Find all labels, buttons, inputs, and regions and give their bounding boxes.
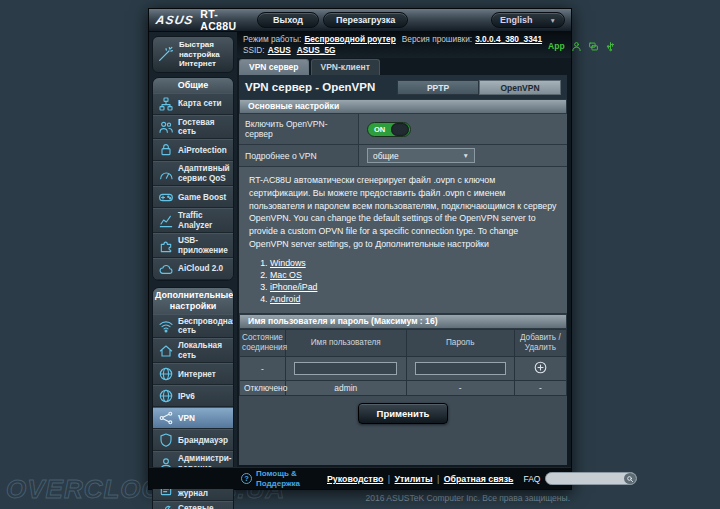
- sidebar-item-label: Адаптивный сервис QoS: [178, 164, 231, 183]
- sidebar-item-aiprotection[interactable]: AiProtection: [153, 139, 233, 161]
- sidebar-item-wireless[interactable]: Беспроводная сеть: [153, 314, 233, 339]
- cell-status: Отключено: [240, 381, 286, 396]
- faq-search-input[interactable]: [545, 472, 637, 485]
- sidebar-item-label: Беспроводная сеть: [178, 317, 234, 336]
- usb-icon[interactable]: [605, 41, 616, 52]
- brand: ASUS RT-AC88U: [153, 8, 253, 32]
- cell-username: admin: [285, 381, 406, 396]
- sidebar-item-label: Карта сети: [178, 99, 221, 108]
- apply-button[interactable]: Применить: [358, 403, 449, 424]
- globe-icon: [158, 366, 174, 382]
- new-row-status: -: [240, 357, 286, 381]
- os-list-item: iPhone/iPad: [270, 281, 557, 293]
- enable-openvpn-label: Включить OpenVPN-сервер: [239, 114, 359, 144]
- openvpn-toggle[interactable]: ON: [367, 122, 411, 137]
- logout-button[interactable]: Выход: [257, 12, 319, 28]
- sidebar-item-label: Сетевые утилиты: [178, 504, 231, 509]
- copyright-text: 2016 ASUSTeK Computer Inc. Все права защ…: [366, 493, 570, 503]
- content-column: Режим работы:Беспроводной роутерВерсия п…: [237, 32, 571, 467]
- globe-icon: [158, 388, 174, 404]
- gauge-icon: [158, 166, 174, 182]
- cell-password: -: [406, 381, 514, 396]
- question-icon: ?: [241, 473, 252, 484]
- sidebar-item-lan[interactable]: Локальная сеть: [153, 338, 233, 363]
- sidebar-item-label: Гостевая сеть: [178, 118, 231, 137]
- reboot-button[interactable]: Перезагрузка: [323, 12, 408, 28]
- tab-vpn-server[interactable]: VPN сервер: [239, 59, 309, 75]
- tab-pptp[interactable]: PPTP: [397, 80, 479, 95]
- quick-setup-button[interactable]: Быстрая настройкаИнтернет: [152, 36, 234, 73]
- os-list-item: Android: [270, 293, 557, 305]
- sidebar-item-label: AiCloud 2.0: [178, 264, 223, 273]
- ssid-link-5g[interactable]: ASUS_5G: [297, 45, 336, 55]
- toggle-on-label: ON: [368, 125, 391, 134]
- new-user-row: -: [240, 357, 567, 381]
- help-support-label: Помощь & Поддержка: [256, 469, 317, 487]
- mode-link[interactable]: Беспроводной роутер: [304, 34, 395, 44]
- tab-vpn-client[interactable]: VPN-клиент: [311, 59, 380, 75]
- panel-body: Основные настройки Включить OpenVPN-серв…: [239, 99, 567, 465]
- sidebar-item-wan[interactable]: Интернет: [153, 363, 233, 385]
- page-title: VPN сервер - OpenVPN: [245, 81, 375, 93]
- footer-link-0[interactable]: Руководство: [327, 474, 383, 484]
- toggle-knob: [391, 123, 409, 136]
- footer-links: Руководство | Утилиты | Обратная связь: [325, 474, 515, 484]
- column-header: Имя пользователя: [285, 329, 406, 357]
- sidebar-item-vpn[interactable]: VPN: [153, 407, 233, 429]
- cell-action: -: [514, 381, 566, 396]
- app-link[interactable]: App: [548, 41, 565, 51]
- vpn-details-select[interactable]: общие ▼: [367, 148, 475, 163]
- chevron-down-icon: ▼: [550, 17, 556, 24]
- enable-openvpn-row: Включить OpenVPN-сервер ON: [239, 114, 567, 145]
- wifi-icon: [158, 318, 174, 334]
- os-link-2[interactable]: iPhone/iPad: [270, 282, 317, 292]
- sitemap-icon: [158, 96, 174, 112]
- language-selector[interactable]: English ▼: [491, 12, 565, 28]
- devices-icon[interactable]: [588, 41, 599, 52]
- help-support-link[interactable]: ? Помощь & Поддержка: [241, 469, 317, 487]
- sidebar-section-title: Общие: [153, 78, 233, 93]
- password-input[interactable]: [415, 362, 506, 375]
- sidebar-item-aicloud[interactable]: AiCloud 2.0: [153, 258, 233, 280]
- add-user-button[interactable]: [533, 360, 548, 375]
- table-header-row: Состояние соединенияИмя пользователяПаро…: [240, 329, 567, 357]
- search-icon[interactable]: [624, 473, 636, 484]
- guests-icon: [158, 119, 174, 135]
- faq-label: FAQ: [523, 474, 540, 484]
- sidebar-item-label: Traffic Analyzer: [178, 211, 231, 230]
- description-text: RT-AC88U автоматически сгенерирует файл …: [249, 174, 557, 251]
- sidebar-item-game-boost[interactable]: Game Boost: [153, 186, 233, 208]
- ssid-link-24g[interactable]: ASUS: [268, 45, 291, 55]
- sidebar-item-network-tools[interactable]: Сетевые утилиты: [153, 501, 233, 509]
- sidebar-item-firewall[interactable]: Брандмауэр: [153, 429, 233, 451]
- os-list-item: Mac OS: [270, 269, 557, 281]
- section-basic-settings-title: Основные настройки: [239, 99, 567, 114]
- magic-wand-icon: [157, 45, 175, 63]
- os-link-0[interactable]: Windows: [270, 258, 306, 268]
- sidebar-item-network-map[interactable]: Карта сети: [153, 93, 233, 115]
- sidebar-item-traffic-analyzer[interactable]: Traffic Analyzer: [153, 208, 233, 233]
- sidebar-item-adaptive-qos[interactable]: Адаптивный сервис QoS: [153, 161, 233, 186]
- firmware-link[interactable]: 3.0.0.4_380_3341: [475, 34, 542, 44]
- column-header: Пароль: [406, 329, 514, 357]
- sidebar-item-guest-network[interactable]: Гостевая сеть: [153, 115, 233, 140]
- sidebar-item-ipv6[interactable]: IPv6: [153, 385, 233, 407]
- quick-setup-label: Быстрая настройкаИнтернет: [179, 40, 231, 69]
- user-icon[interactable]: [571, 41, 582, 52]
- footer-link-1[interactable]: Утилиты: [395, 474, 433, 484]
- users-table: Состояние соединенияИмя пользователяПаро…: [239, 329, 567, 397]
- tab-openvpn[interactable]: OpenVPN: [479, 80, 561, 95]
- sidebar-item-label: Game Boost: [178, 193, 226, 202]
- username-input[interactable]: [294, 362, 397, 375]
- share-icon: [158, 410, 174, 426]
- os-link-1[interactable]: Mac OS: [270, 270, 302, 280]
- main-panel: VPN сервер - OpenVPN PPTPOpenVPN Основны…: [239, 75, 567, 465]
- panel-filler: [239, 430, 567, 465]
- sidebar-item-usb-app[interactable]: USB-приложение: [153, 233, 233, 258]
- footer-link-2[interactable]: Обратная связь: [444, 474, 514, 484]
- sidebar-section: ОбщиеКарта сетиГостевая сетьAiProtection…: [152, 77, 234, 281]
- os-link-3[interactable]: Android: [270, 294, 300, 304]
- top-bar: ASUS RT-AC88U Выход Перезагрузка English…: [149, 9, 571, 32]
- cloud-icon: [158, 261, 174, 277]
- ssid-label: SSID:: [243, 45, 265, 55]
